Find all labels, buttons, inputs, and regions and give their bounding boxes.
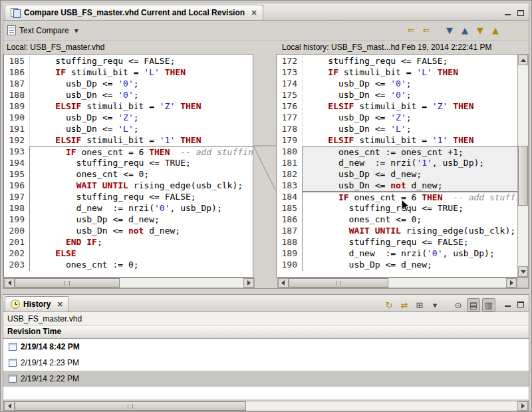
code-line[interactable]: 197 stuffing_requ <= FALSE; bbox=[4, 192, 253, 203]
code-line[interactable]: 177 usb_Dp <= 'Z'; bbox=[277, 112, 517, 124]
horizontal-scroll-thumb[interactable] bbox=[289, 278, 388, 288]
history-tab[interactable]: History × bbox=[5, 296, 69, 311]
compare-viewer-toggle[interactable]: ▥ bbox=[482, 298, 495, 311]
revision-row[interactable]: 2/19/14 2:23 PM bbox=[3, 355, 529, 371]
code-line[interactable]: 186 IF stimuli_bit = 'L' THEN bbox=[4, 67, 253, 79]
code-line[interactable]: 202 ELSE bbox=[4, 248, 253, 260]
scroll-right-arrow[interactable] bbox=[506, 278, 517, 288]
code-line[interactable]: 200 usb_Dn <= not d_new; bbox=[4, 226, 253, 237]
revision-row[interactable]: 2/19/14 8:42 PM bbox=[3, 339, 529, 355]
copy-current-right-to-left-icon[interactable]: ⇐ bbox=[420, 24, 433, 37]
line-number: 176 bbox=[277, 101, 302, 112]
code-line[interactable]: 187 WAIT UNTIL rising_edge(usb_clk); bbox=[277, 226, 517, 237]
code-line[interactable]: 189 d_new := nrzi('0', usb_Dp); bbox=[277, 248, 517, 260]
code-line[interactable]: 182 usb_Dp <= d_new; bbox=[277, 169, 517, 180]
scroll-right-arrow[interactable] bbox=[517, 401, 528, 411]
horizontal-scroll-thumb[interactable] bbox=[15, 401, 246, 411]
group-by-date-toggle[interactable]: ▤ bbox=[467, 298, 480, 311]
previous-difference-icon[interactable]: ▲ bbox=[458, 24, 471, 37]
code-line[interactable]: 187 usb_Dp <= '0'; bbox=[4, 79, 253, 90]
link-with-editor-icon[interactable]: ⇄ bbox=[398, 298, 411, 311]
minimize-button[interactable] bbox=[503, 9, 511, 16]
maximize-button[interactable] bbox=[517, 9, 525, 16]
line-number: 195 bbox=[4, 169, 29, 180]
close-tab-icon[interactable]: × bbox=[251, 8, 257, 17]
compare-mode-icon[interactable]: ⊞ bbox=[413, 298, 426, 311]
refresh-icon[interactable]: ↻ bbox=[382, 298, 396, 311]
right-horizontal-scrollbar[interactable] bbox=[277, 278, 517, 288]
left-code-pane[interactable]: 185 stuffing_requ <= FALSE;186 IF stimul… bbox=[3, 54, 253, 278]
right-code-pane[interactable]: 172 stuffing_requ <= FALSE;173 IF stimul… bbox=[276, 54, 517, 278]
code-line[interactable]: 180 ones_cnt := ones_cnt +1; bbox=[277, 146, 517, 158]
revision-icon bbox=[9, 343, 17, 351]
code-line[interactable]: 185 stuffing_requ <= TRUE; bbox=[277, 203, 517, 214]
code-line[interactable]: 183 usb_Dn <= not d_new; bbox=[277, 180, 517, 192]
code-line[interactable]: 196 WAIT UNTIL rising_edge(usb_clk); bbox=[4, 180, 253, 192]
pin-view-icon[interactable]: ⊙ bbox=[452, 298, 465, 311]
code-line[interactable]: 194 stuffing_requ <= TRUE; bbox=[4, 158, 253, 169]
maximize-button[interactable] bbox=[517, 300, 525, 308]
revision-icon bbox=[9, 359, 17, 367]
code-line[interactable]: 192 ELSIF stimuli_bit = '1' THEN bbox=[4, 135, 253, 146]
code-text: usb_Dp <= 'Z'; bbox=[302, 112, 517, 124]
code-line[interactable]: 172 stuffing_requ <= FALSE; bbox=[277, 56, 517, 67]
code-line[interactable]: 189 ELSIF stimuli_bit = 'Z' THEN bbox=[4, 101, 253, 112]
line-number: 189 bbox=[4, 101, 29, 112]
code-line[interactable]: 176 ELSIF stimuli_bit = 'Z' THEN bbox=[277, 101, 517, 112]
compare-scroll-row bbox=[3, 278, 529, 288]
code-line[interactable]: 179 ELSIF stimuli_bit = '1' THEN bbox=[277, 135, 517, 146]
code-line[interactable]: 186 ones_cnt <= 0; bbox=[277, 214, 517, 226]
code-line[interactable]: 188 stuffing_requ <= FALSE; bbox=[277, 237, 517, 248]
code-line[interactable]: 178 usb_Dn <= 'L'; bbox=[277, 124, 517, 135]
code-text: stuffing_requ <= TRUE; bbox=[29, 158, 253, 169]
next-difference-icon[interactable]: ▼ bbox=[443, 24, 456, 37]
scroll-up-arrow[interactable] bbox=[518, 55, 528, 65]
scroll-left-arrow[interactable] bbox=[278, 278, 289, 288]
copy-all-right-to-left-icon[interactable]: ⇐ bbox=[404, 24, 418, 37]
code-line[interactable]: 201 END IF; bbox=[4, 237, 253, 248]
scroll-left-arrow[interactable] bbox=[4, 401, 15, 411]
right-vertical-scrollbar[interactable] bbox=[517, 54, 529, 278]
scroll-down-arrow[interactable] bbox=[518, 266, 528, 277]
scroll-right-arrow[interactable] bbox=[243, 278, 254, 288]
revision-time-column-header[interactable]: Revision Time bbox=[3, 325, 529, 339]
code-line[interactable]: 203 ones_cnt := 0; bbox=[4, 260, 253, 271]
code-line[interactable]: 188 usb_Dn <= '0'; bbox=[4, 90, 253, 101]
code-line[interactable]: 174 usb_Dp <= '0'; bbox=[277, 79, 517, 90]
filter-menu-dropdown-icon[interactable]: ▾ bbox=[428, 298, 442, 311]
revision-row[interactable]: 2/19/14 2:22 PM bbox=[3, 371, 529, 387]
code-text: usb_Dn <= 'L'; bbox=[29, 124, 253, 135]
code-line[interactable]: 190 usb_Dp <= d_new; bbox=[277, 260, 517, 271]
line-number: 191 bbox=[4, 124, 29, 135]
next-change-icon[interactable]: ▼ bbox=[473, 24, 487, 37]
line-number: 178 bbox=[277, 124, 302, 135]
code-line[interactable]: 191 usb_Dn <= 'L'; bbox=[4, 124, 253, 135]
history-horizontal-scrollbar[interactable] bbox=[3, 401, 529, 411]
code-line[interactable]: 173 IF stimuli_bit = 'L' THEN bbox=[277, 67, 517, 79]
code-line[interactable]: 190 usb_Dp <= 'Z'; bbox=[4, 112, 253, 124]
code-line[interactable]: 181 d_new := nrzi('1', usb_Dp); bbox=[277, 158, 517, 169]
compare-editor-tab[interactable]: Compare USB_FS_master.vhd Current and Lo… bbox=[5, 5, 263, 20]
left-horizontal-scrollbar[interactable] bbox=[3, 278, 255, 288]
code-line[interactable]: 185 stuffing_requ <= FALSE; bbox=[4, 56, 253, 67]
code-line[interactable]: 198 d_new := nrzi('0', usb_Dp); bbox=[4, 203, 253, 214]
view-menu-dropdown-icon[interactable]: ▾ bbox=[72, 26, 80, 35]
code-text: usb_Dp <= 'Z'; bbox=[29, 112, 253, 124]
code-line[interactable]: 184 IF ones_cnt = 6 THEN -- add stuffing bbox=[277, 192, 517, 203]
code-line[interactable]: 175 usb_Dn <= '0'; bbox=[277, 90, 517, 101]
vertical-scroll-thumb[interactable] bbox=[518, 146, 528, 206]
sash[interactable] bbox=[3, 289, 529, 294]
previous-change-icon[interactable]: ▲ bbox=[489, 24, 502, 37]
minimize-button[interactable] bbox=[503, 300, 511, 308]
compare-toolbar: Text Compare ▾ ⇐⇐▼▲▼▲ bbox=[3, 21, 529, 41]
revision-time: 2/19/14 2:23 PM bbox=[21, 358, 79, 367]
line-number: 203 bbox=[4, 260, 29, 271]
code-line[interactable]: 199 usb_Dp <= d_new; bbox=[4, 214, 253, 226]
line-number: 174 bbox=[277, 79, 302, 90]
code-line[interactable]: 193 IF ones_cnt = 6 THEN -- add stuffing bbox=[4, 146, 253, 158]
code-line[interactable]: 195 ones_cnt <= 0; bbox=[4, 169, 253, 180]
code-text: stuffing_requ <= FALSE; bbox=[302, 56, 517, 67]
close-tab-icon[interactable]: × bbox=[57, 300, 63, 309]
horizontal-scroll-thumb[interactable] bbox=[15, 278, 120, 288]
scroll-left-arrow[interactable] bbox=[4, 278, 15, 288]
